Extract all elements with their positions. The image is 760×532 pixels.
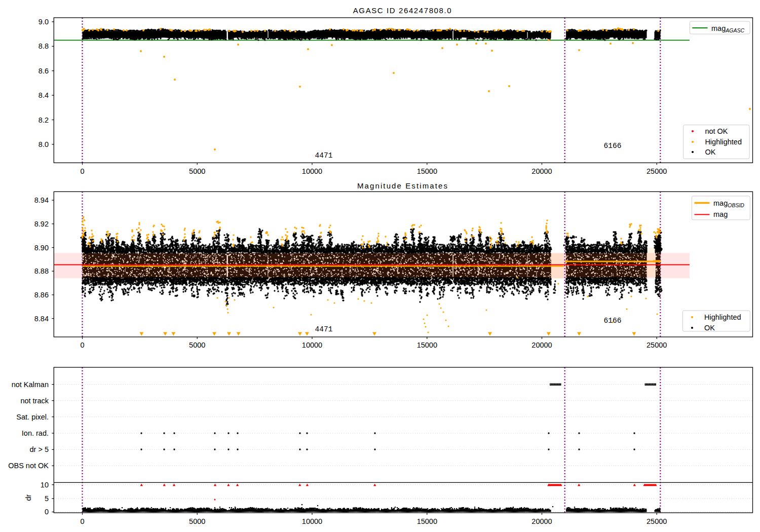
svg-text:15000: 15000	[417, 167, 437, 175]
svg-text:8.2: 8.2	[39, 116, 49, 124]
svg-text:5: 5	[45, 495, 49, 503]
svg-text:Highlighted: Highlighted	[704, 313, 741, 321]
svg-text:dr: dr	[24, 494, 32, 501]
svg-text:mag: mag	[713, 210, 728, 218]
svg-text:5000: 5000	[189, 341, 205, 349]
svg-text:0: 0	[80, 341, 84, 349]
svg-text:OBS not OK: OBS not OK	[8, 462, 49, 470]
svg-text:Magnitude Estimates: Magnitude Estimates	[357, 181, 448, 190]
svg-text:AGASC ID 264247808.0: AGASC ID 264247808.0	[353, 6, 452, 15]
svg-text:8.84: 8.84	[34, 315, 49, 323]
svg-text:8.4: 8.4	[39, 91, 49, 99]
svg-text:10000: 10000	[302, 517, 322, 525]
svg-text:5000: 5000	[189, 517, 205, 525]
svg-text:10000: 10000	[302, 167, 322, 175]
svg-text:Sat. pixel.: Sat. pixel.	[16, 413, 49, 421]
svg-text:0: 0	[45, 508, 49, 516]
svg-text:8.88: 8.88	[34, 267, 49, 275]
svg-text:25000: 25000	[647, 167, 667, 175]
svg-text:8.94: 8.94	[34, 196, 49, 204]
svg-text:9.0: 9.0	[39, 18, 49, 26]
svg-text:Highlighted: Highlighted	[705, 138, 742, 146]
svg-text:8.90: 8.90	[34, 244, 49, 252]
svg-text:8.86: 8.86	[34, 291, 49, 299]
svg-text:8.0: 8.0	[39, 140, 49, 148]
svg-text:8.8: 8.8	[39, 42, 49, 50]
svg-text:20000: 20000	[531, 517, 552, 525]
svg-text:8.92: 8.92	[34, 220, 49, 228]
svg-text:25000: 25000	[647, 341, 667, 349]
svg-text:Ion. rad.: Ion. rad.	[22, 429, 49, 437]
svg-text:4471: 4471	[315, 151, 333, 160]
svg-text:0: 0	[80, 517, 84, 525]
svg-text:not OK: not OK	[705, 127, 728, 135]
svg-text:not track: not track	[20, 397, 49, 405]
svg-text:5000: 5000	[189, 167, 205, 175]
svg-text:8.6: 8.6	[39, 67, 49, 75]
svg-text:20000: 20000	[531, 341, 552, 349]
svg-text:6166: 6166	[604, 142, 622, 150]
svg-text:15000: 15000	[417, 341, 437, 349]
svg-text:4471: 4471	[315, 325, 333, 333]
svg-text:20000: 20000	[531, 167, 552, 175]
svg-text:10000: 10000	[302, 341, 322, 349]
svg-text:15000: 15000	[417, 517, 437, 525]
svg-text:OK: OK	[705, 148, 715, 156]
svg-text:0: 0	[80, 167, 84, 175]
svg-text:not Kalman: not Kalman	[12, 381, 49, 389]
svg-text:OK: OK	[704, 324, 715, 332]
svg-text:6166: 6166	[604, 317, 622, 325]
svg-text:10: 10	[41, 481, 49, 489]
svg-text:dr > 5: dr > 5	[30, 445, 49, 453]
svg-text:25000: 25000	[647, 517, 667, 525]
